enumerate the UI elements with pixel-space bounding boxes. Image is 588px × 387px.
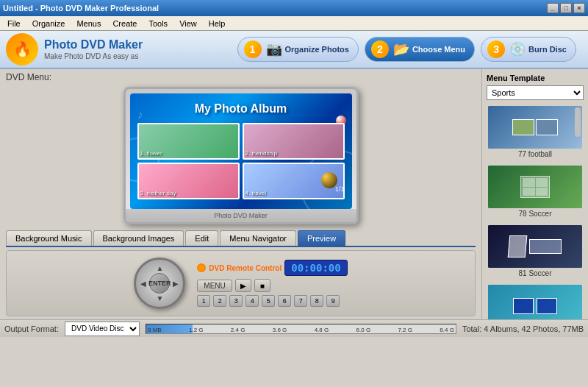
- dvd-screen: ♪ ♫ ♪ My Photo Album 1. flower 2. friend…: [130, 93, 352, 209]
- main-area: DVD Menu: ♪ ♫ ♪ My Photo Album 1. flower…: [0, 69, 588, 319]
- status-info: Total: 4 Albums, 42 Photos, 77MB: [462, 324, 584, 333]
- mark-12g: 1.2 G: [189, 327, 204, 333]
- template-name-78soccer: 78 Soccer: [488, 210, 582, 218]
- menu-button[interactable]: MENU: [197, 280, 232, 292]
- menu-help[interactable]: Help: [204, 18, 230, 29]
- mark-0mb: 0 MB: [148, 327, 162, 333]
- remote-num-row: 1 2 3 4 5 6 7 8 9: [197, 295, 347, 307]
- window-controls: _ □ ×: [547, 3, 585, 13]
- logo-text: Photo DVD Maker Make Photo DVD As easy a…: [44, 38, 143, 60]
- minimize-button[interactable]: _: [547, 3, 559, 13]
- step-1-label: Organize Photos: [285, 45, 349, 54]
- photo-thumb-2: 2. friendship: [243, 123, 345, 160]
- template-thumb-81soccer: [488, 225, 582, 268]
- step-1[interactable]: 1 📷 Organize Photos: [237, 37, 359, 62]
- menu-file[interactable]: File: [3, 18, 25, 29]
- template-name-77football: 77 football: [488, 150, 582, 158]
- num-btn-3[interactable]: 3: [229, 295, 243, 307]
- photo-label-1: 1. flower: [140, 150, 162, 157]
- num-btn-4[interactable]: 4: [245, 295, 259, 307]
- template-item-77football[interactable]: 77 football: [487, 104, 584, 161]
- num-btn-8[interactable]: 8: [310, 295, 323, 307]
- remote-controls: DVD Remote Control 00:00:00 MENU ▶ ■ 1 2…: [197, 260, 347, 307]
- remote-label: DVD Remote Control: [197, 263, 282, 272]
- template-thumb-78soccer: [488, 166, 582, 208]
- title-bar: Untitled - Photo DVD Maker Professional …: [0, 0, 588, 16]
- dvd-footer: Photo DVD Maker: [126, 209, 356, 222]
- output-format-label: Output Format:: [4, 324, 59, 333]
- page-indicator: 1/1: [335, 185, 345, 193]
- tab-menu-navigator[interactable]: Menu Navigator: [220, 230, 296, 246]
- template-label: Menu Template: [487, 74, 584, 82]
- remote-area: ▲ ▼ ◀ ▶ ENTER DVD Remote Control 00:00:0…: [6, 250, 476, 316]
- header-banner: 🔥 Photo DVD Maker Make Photo DVD As easy…: [0, 31, 588, 69]
- logo-icon: 🔥: [6, 33, 38, 65]
- tab-preview[interactable]: Preview: [298, 230, 345, 246]
- dvd-preview: ♪ ♫ ♪ My Photo Album 1. flower 2. friend…: [123, 87, 359, 224]
- stop-button[interactable]: ■: [254, 279, 270, 292]
- play-button[interactable]: ▶: [235, 279, 251, 292]
- num-btn-9[interactable]: 9: [326, 295, 340, 307]
- step-3-label: Burn Disc: [528, 45, 567, 54]
- remote-dial[interactable]: ▲ ▼ ◀ ▶ ENTER: [134, 258, 185, 309]
- photo-thumb-1: 1. flower: [137, 123, 240, 160]
- mark-36g: 3.6 G: [273, 327, 287, 333]
- step-1-num: 1: [244, 40, 262, 58]
- window-title: Untitled - Photo DVD Maker Professional: [3, 4, 159, 13]
- mark-24g: 2.4 G: [231, 327, 245, 333]
- step-3-num: 3: [487, 40, 505, 58]
- menu-menus[interactable]: Menus: [72, 18, 105, 29]
- num-btn-5[interactable]: 5: [262, 295, 275, 307]
- brand-name: Photo DVD Maker: [44, 38, 143, 52]
- menu-create[interactable]: Create: [108, 18, 141, 29]
- status-bar: Output Format: DVD Video Disc 0 MB 1.2 G…: [0, 319, 588, 337]
- menu-tools[interactable]: Tools: [144, 18, 172, 29]
- template-select[interactable]: Sports Classic Holiday Wedding: [487, 85, 584, 100]
- tab-background-images[interactable]: Background Images: [93, 230, 184, 246]
- enter-button[interactable]: ENTER: [149, 273, 170, 294]
- mark-84g: 8.4 G: [440, 327, 454, 333]
- remote-mid-row: MENU ▶ ■: [197, 279, 347, 292]
- dvd-title: My Photo Album: [130, 102, 352, 116]
- photo-label-3: 3. mother day: [140, 190, 176, 196]
- step-2-num: 2: [371, 40, 389, 58]
- tabs-bar: Background Music Background Images Edit …: [6, 230, 476, 246]
- progress-bar: 0 MB 1.2 G 2.4 G 3.6 G 4.8 G 6.0 G 7.2 G…: [146, 324, 456, 334]
- menu-view[interactable]: View: [175, 18, 201, 29]
- photo-label-2: 2. friendship: [245, 150, 278, 157]
- right-panel: Menu Template Sports Classic Holiday Wed…: [481, 69, 588, 319]
- template-item-81soccer[interactable]: 81 Soccer: [487, 224, 584, 280]
- template-name-81soccer: 81 Soccer: [488, 269, 582, 277]
- template-thumb-77football: [488, 106, 582, 149]
- tagline: Make Photo DVD As easy as: [44, 52, 143, 61]
- mark-48g: 4.8 G: [315, 327, 329, 333]
- mark-72g: 7.2 G: [398, 327, 412, 333]
- step-2[interactable]: 2 📂 Choose Menu: [365, 37, 475, 62]
- step-2-label: Choose Menu: [412, 45, 465, 54]
- num-btn-1[interactable]: 1: [197, 295, 210, 307]
- output-format-select[interactable]: DVD Video Disc: [65, 322, 140, 336]
- dial-down-arrow: ▼: [156, 294, 163, 302]
- num-btn-7[interactable]: 7: [294, 295, 307, 307]
- dial-left-arrow: ◀: [140, 280, 146, 288]
- close-button[interactable]: ×: [573, 3, 585, 13]
- time-display: 00:00:00: [284, 260, 347, 276]
- step-3[interactable]: 3 💿 Burn Disc: [481, 37, 576, 62]
- num-btn-6[interactable]: 6: [278, 295, 291, 307]
- photo-thumb-3: 3. mother day: [137, 163, 240, 199]
- tab-background-music[interactable]: Background Music: [6, 230, 92, 246]
- maximize-button[interactable]: □: [560, 3, 572, 13]
- menu-organize[interactable]: Organize: [28, 18, 70, 29]
- template-item-4[interactable]: ...: [487, 283, 584, 319]
- steps-area: 1 📷 Organize Photos 2 📂 Choose Menu 3 💿 …: [153, 37, 582, 62]
- tab-edit[interactable]: Edit: [185, 230, 218, 246]
- tabs-border: [6, 246, 476, 247]
- dial-up-arrow: ▲: [156, 264, 163, 272]
- section-title: DVD Menu:: [6, 72, 476, 82]
- template-item-78soccer[interactable]: 78 Soccer: [487, 164, 584, 221]
- logo-area: 🔥 Photo DVD Maker Make Photo DVD As easy…: [6, 33, 153, 65]
- photo-label-4: 4. travel: [245, 190, 266, 196]
- num-btn-2[interactable]: 2: [213, 295, 226, 307]
- mark-60g: 6.0 G: [356, 327, 371, 333]
- template-thumb-4: [488, 285, 582, 319]
